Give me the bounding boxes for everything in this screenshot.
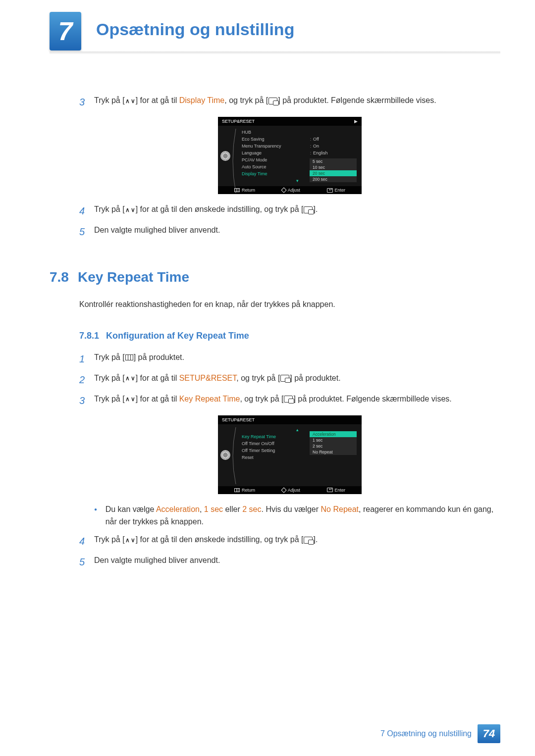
step-body: Den valgte mulighed bliver anvendt. (94, 554, 500, 570)
osd-label: Off Timer Setting (242, 448, 308, 453)
step-text: Tryk på [ (94, 374, 125, 382)
sub-step-3: 3 Tryk på [∧∨] for at gå til Key Repeat … (79, 393, 500, 408)
step-text: Tryk på [ (94, 205, 125, 213)
bullet-fragment: . Hvis du vælger (261, 505, 321, 513)
osd-label: Reset (242, 455, 308, 460)
adjust-icon (281, 487, 286, 493)
enter-icon (327, 188, 333, 193)
nav-right-icon: ▶ (354, 119, 358, 124)
sub-step-5: 5 Den valgte mulighed bliver anvendt. (79, 554, 500, 570)
menu-icon (234, 488, 240, 492)
bullet-fragment: Du kan vælge (106, 505, 156, 513)
bullet-fragment: , (200, 505, 204, 513)
step-number: 1 (79, 351, 94, 367)
osd-label: Off Timer On/Off (242, 441, 308, 446)
osd-footer-enter: Enter (327, 488, 346, 493)
step-3: 3 Tryk på [∧∨] for at gå til Display Tim… (79, 94, 500, 110)
sub-step-2: 2 Tryk på [∧∨] for at gå til SETUP&RESET… (79, 372, 500, 388)
osd-option-20sec: 20 sec (310, 170, 357, 176)
step-text: ] på produktet. (290, 374, 340, 382)
sub-step-4: 4 Tryk på [∧∨] for at gå til den ønskede… (79, 533, 500, 549)
step-text: Tryk på [ (94, 395, 125, 403)
bullet-dot-icon: ● (94, 503, 106, 528)
section-title: Key Repeat Time (78, 269, 189, 285)
osd-footer-enter: Enter (327, 188, 346, 193)
osd-option-2sec: 2 sec (310, 443, 357, 449)
step-text: ] på produktet. Følgende skærmbillede vi… (278, 96, 436, 104)
up-down-icon: ∧∨ (125, 207, 135, 213)
osd-sep: : (308, 137, 313, 142)
step-text: ] på produktet. Følgende skærmbillede vi… (293, 395, 451, 403)
sub-step-1: 1 Tryk på [] på produktet. (79, 351, 500, 367)
osd-label: Key Repeat Time (242, 434, 308, 439)
osd-option-5sec: 5 sec (310, 158, 357, 164)
osd-title: SETUP&RESET (222, 119, 255, 124)
osd-label: Display Time (242, 171, 308, 176)
gear-icon (220, 151, 230, 161)
step-text: ] for at gå til (136, 395, 179, 403)
up-down-icon: ∧∨ (125, 375, 135, 381)
enter-box-icon (304, 206, 313, 213)
step-text: ] for at gå til den ønskede indstilling,… (136, 205, 304, 213)
step-number: 4 (79, 533, 94, 549)
osd-footer-adjust: Adjust (282, 188, 300, 193)
menu-icon (125, 354, 133, 360)
step-body: Tryk på [∧∨] for at gå til SETUP&RESET, … (94, 372, 500, 388)
enter-box-icon (284, 396, 293, 403)
osd-sep: : (308, 144, 313, 149)
osd-row-transparency: Menu Transparency:On (237, 143, 358, 150)
osd-value: Off (313, 137, 358, 142)
step-body: Tryk på [∧∨] for at gå til Display Time,… (94, 94, 500, 110)
osd-dropdown: Acceleration 1 sec 2 sec No Repeat (310, 431, 357, 455)
section-intro: Kontrollér reaktionshastigheden for en k… (79, 298, 500, 311)
osd-label: Language (242, 151, 308, 155)
osd-label: Auto Source (242, 164, 308, 169)
highlight-1sec: 1 sec (204, 505, 223, 513)
step-text: Tryk på [ (94, 353, 125, 361)
step-body: Den valgte mulighed bliver anvendt. (94, 224, 500, 240)
step-body: Tryk på [] på produktet. (94, 351, 500, 367)
osd-footer-adjust: Adjust (282, 488, 300, 493)
osd-option-acceleration: Acceleration (310, 431, 357, 437)
osd-row-hub: HUB (237, 129, 358, 136)
step-number: 2 (79, 372, 94, 388)
chapter-number-badge: 7 (50, 12, 81, 50)
bullet-text: Du kan vælge Acceleration, 1 sec eller 2… (106, 503, 500, 528)
step-5: 5 Den valgte mulighed bliver anvendt. (79, 224, 500, 240)
osd-footer-return: Return (234, 188, 255, 193)
osd-footer-return: Return (234, 488, 255, 493)
step-4: 4 Tryk på [∧∨] for at gå til den ønskede… (79, 203, 500, 219)
subsection-number: 7.8.1 (79, 331, 99, 341)
bullet-note: ● Du kan vælge Acceleration, 1 sec eller… (94, 503, 500, 528)
osd-setup-reset-2: SETUP&RESET ▴ Key Repeat Time: Off Timer… (218, 415, 362, 494)
osd-footer-label: Return (242, 488, 255, 493)
section-number: 7.8 (50, 269, 69, 285)
osd-label: Menu Transparency (242, 144, 308, 149)
osd-footer: Return Adjust Enter (218, 486, 362, 494)
osd-row-lang: Language:English (237, 150, 358, 156)
step-number: 5 (79, 224, 94, 240)
highlight-acceleration: Acceleration (156, 505, 200, 513)
osd-sidebar (218, 424, 233, 486)
highlight-display-time: Display Time (179, 96, 225, 104)
osd-main: HUB Eco Saving:Off Menu Transparency:On … (233, 126, 362, 186)
osd-main: ▴ Key Repeat Time: Off Timer On/Off: Off… (233, 424, 362, 486)
osd-sep: : (308, 151, 313, 155)
subsection-title: Konfiguration af Key Repeat Time (106, 331, 249, 341)
page-number-badge: 74 (478, 724, 500, 743)
osd-label: PC/AV Mode (242, 157, 308, 162)
step-text: ] på produktet. (134, 353, 184, 361)
step-number: 5 (79, 554, 94, 570)
osd-row-reset: Reset (237, 454, 358, 461)
menu-icon (234, 188, 240, 192)
osd-label: Eco Saving (242, 137, 308, 142)
osd-option-10sec: 10 sec (310, 164, 357, 170)
highlight-norepeat: No Repeat (321, 505, 359, 513)
section-7-8-heading: 7.8 Key Repeat Time (50, 269, 500, 285)
page-content: 3 Tryk på [∧∨] for at gå til Display Tim… (79, 94, 500, 575)
highlight-2sec: 2 sec (242, 505, 261, 513)
osd-header: SETUP&RESET (218, 415, 362, 424)
osd-title: SETUP&RESET (222, 417, 255, 422)
osd-value: English (313, 151, 358, 155)
osd-body: HUB Eco Saving:Off Menu Transparency:On … (218, 126, 362, 186)
